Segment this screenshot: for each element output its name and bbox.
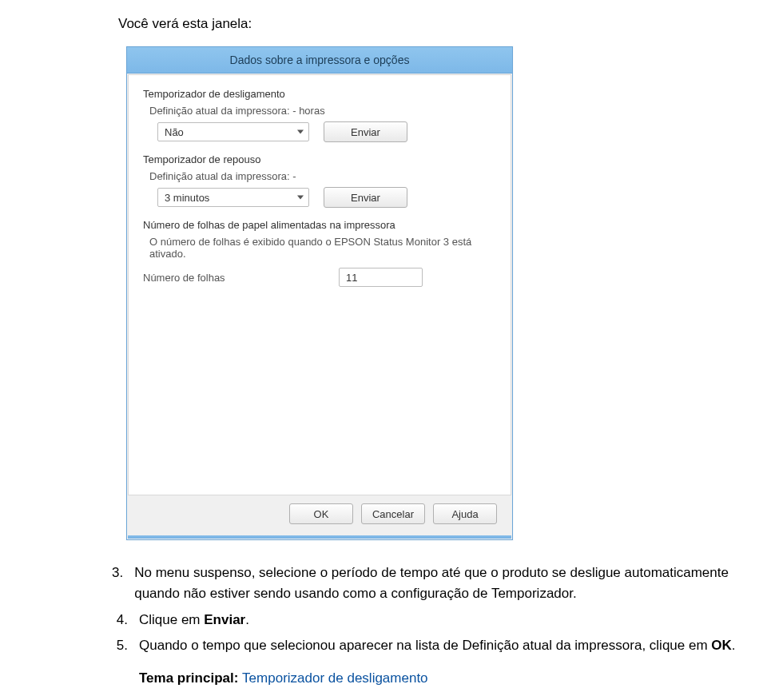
step-4-number: 4. xyxy=(112,610,128,630)
cancel-button[interactable]: Cancelar xyxy=(361,503,425,524)
tema-principal-label: Tema principal: xyxy=(139,670,242,686)
sheet-count-label: Número de folhas xyxy=(143,272,339,284)
instruction-list: 3. No menu suspenso, selecione o período… xyxy=(112,563,743,656)
step-3-number: 3. xyxy=(112,563,123,605)
group-shutdown-timer-title: Temporizador de desligamento xyxy=(143,88,496,100)
sheet-count-value: 11 xyxy=(346,272,357,284)
group-sleep-timer-title: Temporizador de repouso xyxy=(143,153,496,165)
group-sheet-count-title: Número de folhas de papel alimentadas na… xyxy=(143,219,496,231)
sheet-count-note: O número de folhas é exibido quando o EP… xyxy=(149,236,496,260)
step-5-number: 5. xyxy=(112,635,128,656)
tema-principal-line: Tema principal: Temporizador de desligam… xyxy=(139,670,743,686)
sleep-timer-select-value: 3 minutos xyxy=(165,192,209,204)
sleep-send-button[interactable]: Enviar xyxy=(324,187,407,208)
step-5-text: Quando o tempo que selecionou aparecer n… xyxy=(139,635,736,656)
step-4-text: Clique em Enviar. xyxy=(139,610,249,630)
dialog-button-bar: OK Cancelar Ajuda xyxy=(128,495,511,535)
ok-button[interactable]: OK xyxy=(289,503,353,524)
intro-text: Você verá esta janela: xyxy=(118,16,743,32)
chevron-down-icon xyxy=(297,196,304,200)
shutdown-timer-select-value: Não xyxy=(165,126,184,138)
step-3-text: No menu suspenso, selecione o período de… xyxy=(134,563,743,605)
shutdown-timer-select[interactable]: Não xyxy=(157,122,309,141)
status-strip xyxy=(128,535,511,539)
window-title: Dados sobre a impressora e opções xyxy=(230,54,410,66)
window-titlebar: Dados sobre a impressora e opções xyxy=(127,47,512,74)
chevron-down-icon xyxy=(297,130,304,134)
dialog-panel: Temporizador de desligamento Definição a… xyxy=(128,74,511,495)
tema-principal-link[interactable]: Temporizador de desligamento xyxy=(242,670,427,686)
dialog-window: Dados sobre a impressora e opções Tempor… xyxy=(126,46,513,540)
sheet-count-field: 11 xyxy=(339,268,423,287)
shutdown-send-button[interactable]: Enviar xyxy=(324,121,407,142)
shutdown-timer-current: Definição atual da impressora: - horas xyxy=(149,105,496,117)
sleep-timer-current: Definição atual da impressora: - xyxy=(149,170,496,182)
help-button[interactable]: Ajuda xyxy=(433,503,497,524)
sleep-timer-select[interactable]: 3 minutos xyxy=(157,188,309,207)
